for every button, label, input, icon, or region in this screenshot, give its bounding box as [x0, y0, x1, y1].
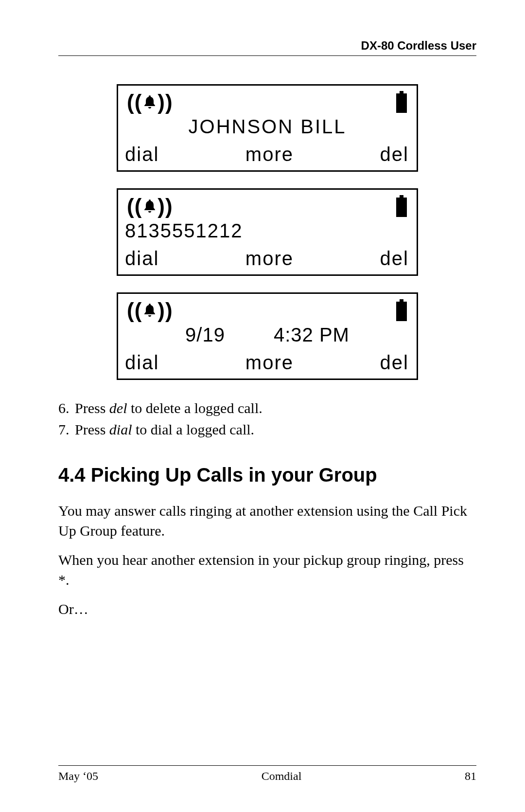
lcd-softkey-row: dial more del [118, 144, 417, 170]
battery-icon [395, 195, 408, 217]
softkey-del: del [380, 248, 409, 270]
bell-icon [143, 198, 157, 214]
running-header: DX-80 Cordless User [58, 39, 476, 53]
lcd-softkey-row: dial more del [118, 352, 417, 379]
softkey-more: more [245, 248, 294, 270]
softkey-del: del [380, 352, 409, 374]
lcd-status-row: (( )) [118, 294, 417, 323]
bell-icon [143, 303, 157, 318]
softkey-more: more [245, 144, 294, 165]
lcd-status-row: (( )) [118, 190, 417, 219]
step-number: 6. [58, 397, 75, 419]
softkey-dial: dial [125, 144, 159, 165]
lcd-main-line: 8135551212 [118, 219, 417, 248]
lcd-softkey-row: dial more del [118, 248, 417, 274]
softkey-name: del [109, 400, 127, 416]
footer-brand: Comdial [262, 770, 302, 783]
softkey-name: dial [109, 421, 132, 437]
page-footer: May ‘05 Comdial 81 [58, 765, 476, 783]
softkey-dial: dial [125, 248, 159, 270]
section-heading: 4.4 Picking Up Calls in your Group [58, 464, 476, 486]
svg-rect-0 [400, 91, 403, 93]
lcd-date: 9/19 [185, 324, 225, 346]
lcd-screen: (( )) JOHNSON BILL dial more del [117, 84, 418, 172]
page-number: 81 [465, 770, 476, 783]
step-number: 7. [58, 419, 75, 440]
battery-icon [395, 91, 408, 113]
ringing-icon: (( )) [127, 90, 173, 114]
body-paragraph: Or… [58, 599, 476, 619]
svg-rect-5 [396, 302, 407, 321]
body-paragraph: You may answer calls ringing at another … [58, 501, 476, 541]
lcd-status-row: (( )) [118, 86, 417, 115]
lcd-screen: (( )) 8135551212 dial more del [117, 188, 418, 276]
ringing-icon: (( )) [127, 298, 173, 323]
lcd-time: 4:32 PM [274, 324, 350, 346]
softkey-del: del [380, 144, 409, 165]
lcd-stack: (( )) JOHNSON BILL dial more del [58, 84, 476, 380]
lcd-screen: (( )) 9/19 4:32 PM dial more del [117, 292, 418, 380]
step-6: 6.Press del to delete a logged call. [58, 397, 476, 419]
ringing-icon: (( )) [127, 194, 173, 218]
step-list: 6.Press del to delete a logged call. 7.P… [58, 397, 476, 440]
softkey-dial: dial [125, 352, 159, 374]
battery-icon [395, 299, 408, 322]
svg-rect-2 [400, 195, 403, 198]
svg-rect-3 [396, 198, 407, 217]
softkey-more: more [245, 352, 294, 374]
body-paragraph: When you hear another extension in your … [58, 550, 476, 590]
lcd-main-line: 9/19 4:32 PM [118, 323, 417, 352]
svg-rect-4 [400, 299, 403, 302]
bell-icon [143, 94, 157, 110]
svg-rect-1 [396, 93, 407, 113]
footer-date: May ‘05 [58, 770, 98, 783]
lcd-main-line: JOHNSON BILL [118, 115, 417, 144]
step-7: 7.Press dial to dial a logged call. [58, 419, 476, 440]
footer-rule [58, 765, 476, 766]
page: DX-80 Cordless User (( )) JOHNSON BILL d… [0, 0, 525, 812]
header-rule [58, 55, 476, 56]
